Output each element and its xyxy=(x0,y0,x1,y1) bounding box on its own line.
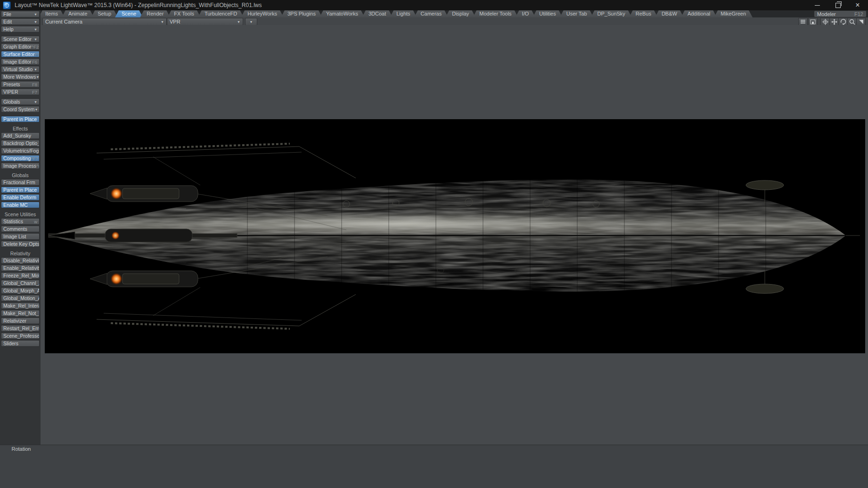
list-icon[interactable] xyxy=(798,18,808,25)
sidebar-item-comments[interactable]: Comments xyxy=(1,226,40,232)
render-mode-dropdown[interactable]: VPR▼ xyxy=(167,18,243,25)
sidebar-item-help[interactable]: Help▼ xyxy=(1,26,40,33)
current-camera-dropdown[interactable]: Current Camera▼ xyxy=(42,18,167,25)
menu-tab-hurleyworks[interactable]: HurleyWorks xyxy=(241,10,284,17)
sidebar-item-global-channl-a[interactable]: Global_Channl_A_ xyxy=(1,280,40,286)
sidebar-item-image-process[interactable]: Image Process^F8 xyxy=(1,163,40,169)
sidebar-item-label: Delete Key Opts xyxy=(3,241,39,247)
sidebar-item-scene-professors[interactable]: Scene_Professors xyxy=(1,333,40,339)
sidebar-item-parent-in-place[interactable]: Parent in Place xyxy=(1,187,40,193)
lightwave-layout-window: Layout™ NewTek LightWave™ 2015.3 (Win64)… xyxy=(0,0,868,488)
sidebar-item-coord-system[interactable]: Coord System▼ xyxy=(1,106,40,113)
sidebar-item-file[interactable]: File▼ xyxy=(1,11,40,17)
minimize-button[interactable] xyxy=(808,0,827,10)
viewport-layout-dropdown[interactable]: ▼ xyxy=(245,18,257,25)
menu-tab-utilities[interactable]: Utilities xyxy=(532,10,562,17)
sidebar-item-presets[interactable]: PresetsF8 xyxy=(1,81,40,88)
sidebar-header-relativity: Relativity xyxy=(1,251,40,256)
sidebar-item-freeze-rel-motion[interactable]: Freeze_Rel_Motion xyxy=(1,272,40,279)
sidebar-item-volumetrics-fog[interactable]: Volumetrics/Fog▼ xyxy=(1,147,40,154)
sidebar-item-image-editor[interactable]: Image EditorF6 xyxy=(1,58,40,65)
sidebar-item-make-rel-not-i[interactable]: Make_Rel_Not_I_ xyxy=(1,310,40,317)
sidebar-item-edit[interactable]: Edit▼ xyxy=(1,18,40,25)
menu-tab-setup[interactable]: Setup xyxy=(91,10,118,17)
sidebar-item-image-list[interactable]: Image List xyxy=(1,233,40,240)
save-icon[interactable] xyxy=(808,18,818,25)
menu-tab-animate[interactable]: Animate xyxy=(62,10,94,17)
menu-tab-yamatoworks[interactable]: YamatoWorks xyxy=(319,10,365,17)
sidebar-item-label: Virtual Studio xyxy=(3,66,33,72)
menu-tab-db-w[interactable]: DB&W xyxy=(655,10,684,17)
menu-tab-turbulencefd[interactable]: TurbulenceFD xyxy=(198,10,244,17)
menu-tab-fx-tools[interactable]: FX Tools xyxy=(167,10,201,17)
sidebar-item-add-sunsky[interactable]: Add_Sunsky xyxy=(1,132,40,139)
chevron-down-icon: ▼ xyxy=(34,20,37,24)
sidebar-item-shortcut: ^F8 xyxy=(36,163,40,169)
menu-tab-items[interactable]: Items xyxy=(39,10,65,17)
sidebar-item-label: Enable Deform xyxy=(3,195,36,200)
move-view-icon[interactable] xyxy=(829,18,839,25)
camera-render-area[interactable] xyxy=(45,119,865,353)
sidebar-item-label: Global_Channl_A_ xyxy=(3,280,40,286)
sidebar-item-shortcut: F5 xyxy=(35,52,40,57)
menu-tab-rebus[interactable]: ReBus xyxy=(629,10,658,17)
sidebar-item-viper[interactable]: VIPERF7 xyxy=(1,89,40,95)
menu-tab-dp-sunsky[interactable]: DP_SunSky xyxy=(591,10,632,17)
menu-tab-user-tab[interactable]: User Tab xyxy=(560,10,594,17)
menu-tab-3ps-plugins[interactable]: 3PS Plugins xyxy=(281,10,322,17)
sidebar-item-parent-in-place[interactable]: Parent in Place xyxy=(1,116,40,122)
sidebar-item-globals[interactable]: Globals▼ xyxy=(1,98,40,105)
sidebar-item-graph-editor[interactable]: Graph Editor^F2 xyxy=(1,43,40,50)
sidebar-header-scene-utilities: Scene Utilities xyxy=(1,211,40,217)
sidebar-item-enable-mc[interactable]: Enable MC xyxy=(1,202,40,208)
menu-tab-lights[interactable]: Lights xyxy=(390,10,417,17)
sidebar-item-global-morph-ac[interactable]: Global_Morph_Ac_ xyxy=(1,287,40,294)
sidebar-item-more-windows[interactable]: More Windows▼ xyxy=(1,73,40,80)
sidebar-item-delete-key-opts[interactable]: Delete Key Opts xyxy=(1,241,40,247)
sidebar-item-label: Fractional Frm xyxy=(3,179,35,185)
sidebar-item-label: Parent in Place xyxy=(3,116,37,122)
zoom-view-icon[interactable] xyxy=(847,18,857,25)
select-corner-icon[interactable] xyxy=(856,18,866,25)
sidebar-item-make-rel-intera[interactable]: Make_Rel_Intera_ xyxy=(1,302,40,309)
menu-tab-3dcoat[interactable]: 3DCoat xyxy=(362,10,393,17)
maximize-button[interactable] xyxy=(828,0,847,10)
sidebar-item-global-motion-a[interactable]: Global_Motion_A_ xyxy=(1,295,40,301)
menu-tab-i-o[interactable]: I/O xyxy=(516,10,536,17)
sidebar-item-label: More Windows xyxy=(3,74,36,80)
sidebar-item-label: VIPER xyxy=(3,89,18,95)
viewport[interactable] xyxy=(41,25,868,445)
center-item-icon[interactable] xyxy=(820,18,830,25)
menu-tab-modeler-tools[interactable]: Modeler Tools xyxy=(473,10,518,17)
sidebar-item-restart-rel-errors[interactable]: Restart_Rel_Errors xyxy=(1,325,40,332)
modeler-button[interactable]: Modeler F12 xyxy=(814,11,866,17)
sidebar-item-disable-relativity[interactable]: Disable_Relativity xyxy=(1,257,40,264)
sidebar-item-virtual-studio[interactable]: Virtual Studio▼ xyxy=(1,66,40,73)
menu-tab-mikegreen[interactable]: MikeGreen xyxy=(714,10,753,17)
rotate-view-icon[interactable] xyxy=(838,18,848,25)
sidebar-item-scene-editor[interactable]: Scene Editor▼ xyxy=(1,36,40,42)
menu-tab-render[interactable]: Render xyxy=(140,10,170,17)
sidebar-item-label: Enable_Relativity xyxy=(3,265,40,271)
sidebar-item-label: Statistics xyxy=(3,219,23,224)
sidebar-item-sliders[interactable]: Sliders xyxy=(1,340,40,347)
sidebar-item-enable-deform[interactable]: Enable Deform xyxy=(1,194,40,201)
menu-tab-additional[interactable]: Additional xyxy=(681,10,717,17)
sidebar-item-fractional-frm[interactable]: Fractional Frm xyxy=(1,179,40,186)
close-button[interactable]: × xyxy=(848,0,867,10)
sidebar-item-relativizer[interactable]: Relativizer xyxy=(1,317,40,324)
menu-tab-bar: ItemsAnimateSetupSceneRenderFX ToolsTurb… xyxy=(0,10,868,18)
sidebar-item-label: Enable MC xyxy=(3,202,28,208)
sidebar-item-statistics[interactable]: Statisticsw xyxy=(1,218,40,225)
sidebar-header-globals: Globals xyxy=(1,172,40,178)
window-title: Layout™ NewTek LightWave™ 2015.3 (Win64)… xyxy=(15,2,262,8)
chevron-down-icon: ▼ xyxy=(34,38,37,41)
sidebar-item-compositing[interactable]: Compositing^F7 xyxy=(1,155,40,162)
sidebar-item-surface-editor[interactable]: Surface EditorF5 xyxy=(1,51,40,57)
sidebar-item-enable-relativity[interactable]: Enable_Relativity xyxy=(1,265,40,271)
sidebar-item-backdrop-optio[interactable]: Backdrop Optio_▼ xyxy=(1,140,40,146)
chevron-down-icon: ▼ xyxy=(34,68,37,71)
menu-tab-cameras[interactable]: Cameras xyxy=(414,10,449,17)
menu-tab-scene[interactable]: Scene xyxy=(115,10,143,17)
menu-tab-display[interactable]: Display xyxy=(445,10,475,17)
